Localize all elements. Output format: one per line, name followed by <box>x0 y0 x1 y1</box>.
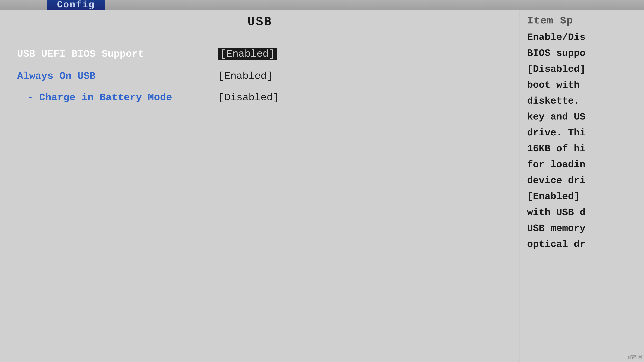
watermark: 编程网 <box>628 354 642 360</box>
table-row[interactable]: USB UEFI BIOS Support [Enabled] <box>17 48 503 60</box>
item-spec-line: 16KB of hi <box>527 141 637 156</box>
item-spec-line: [Enabled] <box>527 189 637 204</box>
item-spec-line: [Disabled] <box>527 62 637 76</box>
usb-uefi-bios-support-value[interactable]: [Enabled] <box>218 48 277 60</box>
usb-header: USB <box>0 10 520 34</box>
settings-area: USB UEFI BIOS Support [Enabled] Always O… <box>0 34 520 362</box>
charge-in-battery-mode-value[interactable]: [Disabled] <box>218 92 279 103</box>
item-spec-line: USB memory <box>527 221 637 236</box>
item-spec-line: key and US <box>527 110 637 124</box>
always-on-usb-value[interactable]: [Enabled] <box>218 70 273 82</box>
config-tab[interactable]: Config <box>47 0 105 10</box>
usb-title: USB <box>248 15 272 29</box>
item-spec-header: Item Sp <box>527 15 637 27</box>
item-spec-line: diskette. <box>527 94 637 108</box>
table-row[interactable]: - Charge in Battery Mode [Disabled] <box>17 92 503 103</box>
item-spec-line: for loadin <box>527 157 637 172</box>
charge-in-battery-mode-label: - Charge in Battery Mode <box>17 92 218 103</box>
item-spec-line: BIOS suppo <box>527 46 637 60</box>
always-on-usb-label: Always On USB <box>17 70 218 82</box>
item-spec-panel: Item Sp Enable/DisBIOS suppo[Disabled]bo… <box>520 10 644 362</box>
table-row[interactable]: Always On USB [Enabled] <box>17 70 503 82</box>
item-spec-line: device dri <box>527 173 637 188</box>
usb-uefi-bios-support-label: USB UEFI BIOS Support <box>17 48 218 60</box>
item-spec-line: drive. Thi <box>527 125 637 140</box>
item-spec-line: optical dr <box>527 237 637 252</box>
item-spec-line: boot with <box>527 78 637 92</box>
item-spec-line: Enable/Dis <box>527 30 637 44</box>
item-spec-content: Enable/DisBIOS suppo[Disabled]boot withd… <box>527 30 637 252</box>
config-tab-label: Config <box>57 0 95 10</box>
usb-settings-panel: USB USB UEFI BIOS Support [Enabled] Alwa… <box>0 10 520 362</box>
item-spec-line: with USB d <box>527 205 637 220</box>
